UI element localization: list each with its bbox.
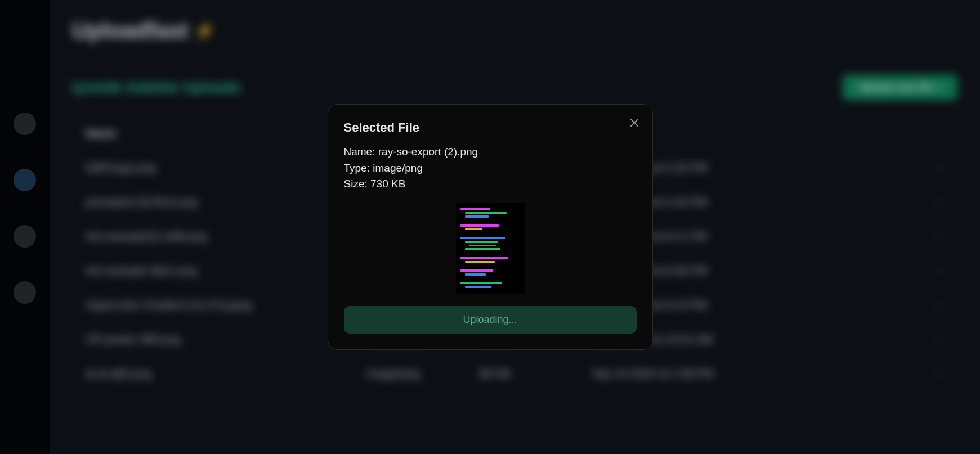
file-name-value: ray-so-export (2).png (378, 146, 478, 158)
uploading-button[interactable]: Uploading... (344, 306, 637, 334)
file-name-label: Name: (344, 146, 375, 158)
modal-title: Selected File (344, 120, 637, 135)
close-icon[interactable] (629, 117, 640, 128)
file-size-label: Size: (344, 178, 368, 190)
file-metadata: Name: ray-so-export (2).png Type: image/… (344, 144, 637, 192)
modal-overlay: Selected File Name: ray-so-export (2).pn… (0, 0, 980, 454)
file-type-label: Type: (344, 162, 370, 174)
file-type-value: image/png (373, 162, 423, 174)
selected-file-modal: Selected File Name: ray-so-export (2).pn… (328, 104, 653, 350)
file-preview-thumbnail (456, 203, 525, 294)
file-size-value: 730 KB (370, 178, 405, 190)
